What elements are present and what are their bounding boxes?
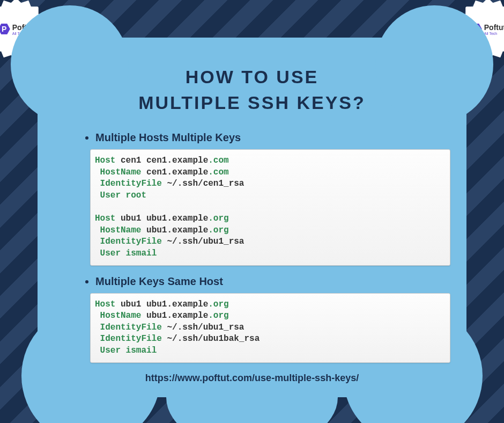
code-text: ubu1.example — [141, 225, 208, 235]
section-2-title: Multiple Keys Same Host — [95, 275, 223, 287]
logo-text-group: Poftut All Tech — [484, 23, 504, 35]
logo-glyph: P — [2, 25, 6, 33]
title-line1: HOW TO USE — [64, 64, 440, 90]
section-1-title: Multiple Hosts Multiple Keys — [95, 132, 241, 143]
code-kw: IdentityFile — [95, 334, 162, 344]
code-text: cen1.example — [141, 167, 208, 177]
code-text: ismail — [121, 249, 157, 258]
section-list: Multiple Hosts Multiple Keys Host cen1 c… — [86, 132, 440, 362]
code-text: cen1 cen1.example — [115, 156, 208, 165]
code-text: ~/.ssh/ubu1_rsa — [162, 237, 244, 246]
code-kw: IdentityFile — [95, 179, 162, 188]
code-text: ~/.ssh/ubu1bak_rsa — [162, 334, 260, 344]
code-kw: Host — [95, 300, 115, 309]
source-url: https://www.poftut.com/use-multiple-ssh-… — [64, 373, 440, 384]
code-text: ubu1.example — [141, 311, 208, 320]
code-kw: User — [95, 346, 121, 355]
code-domain: .com — [208, 156, 228, 165]
content-card: HOW TO USE MULTIPLE SSH KEYS? Multiple H… — [38, 38, 466, 397]
code-text: root — [121, 191, 146, 200]
section-1-heading: Multiple Hosts Multiple Keys Host cen1 c… — [95, 132, 440, 265]
content-body: Multiple Hosts Multiple Keys Host cen1 c… — [64, 132, 440, 362]
page-title: HOW TO USE MULTIPLE SSH KEYS? — [64, 64, 440, 115]
code-kw: HostName — [95, 167, 141, 177]
code-text: ismail — [121, 346, 157, 355]
code-block-2: Host ubu1 ubu1.example.org HostName ubu1… — [90, 293, 450, 363]
title-line2: MULTIPLE SSH KEYS? — [64, 90, 440, 116]
code-kw: HostName — [95, 225, 141, 235]
code-kw: Host — [95, 214, 115, 223]
code-domain: .org — [208, 214, 228, 223]
section-2-heading: Multiple Keys Same Host Host ubu1 ubu1.e… — [95, 275, 440, 363]
code-domain: .org — [208, 225, 228, 235]
code-block-1: Host cen1 cen1.example.com HostName cen1… — [90, 149, 450, 265]
logo-hex-icon: P — [0, 23, 10, 35]
logo-title: Poftut — [484, 23, 504, 32]
code-kw: Host — [95, 156, 115, 165]
code-kw: User — [95, 191, 121, 200]
logo-subtitle: All Tech — [484, 32, 504, 35]
code-domain: .org — [208, 300, 228, 309]
code-domain: .org — [208, 311, 228, 320]
code-text: ubu1 ubu1.example — [115, 214, 208, 223]
code-blank — [95, 202, 100, 212]
code-kw: IdentityFile — [95, 323, 162, 332]
code-kw: User — [95, 249, 121, 258]
code-text: ~/.ssh/ubu1_rsa — [162, 323, 244, 332]
code-kw: IdentityFile — [95, 237, 162, 246]
code-kw: HostName — [95, 311, 141, 320]
code-text: ~/.ssh/cen1_rsa — [162, 179, 244, 188]
code-text: ubu1 ubu1.example — [115, 300, 208, 309]
code-domain: .com — [208, 167, 228, 177]
